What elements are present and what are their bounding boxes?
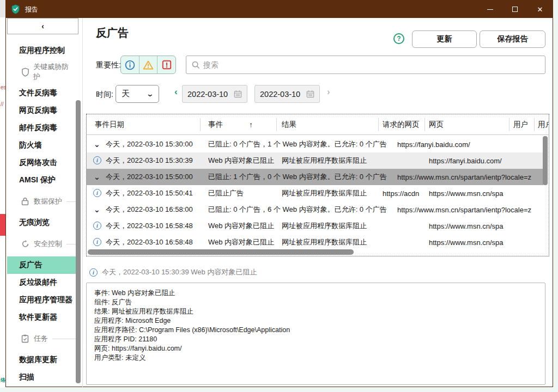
sidebar-item-0[interactable]: 应用程序控制 (7, 42, 78, 59)
table-row-5[interactable]: i今天，2022-03-10 16:58:48Web 内容对象已阻止网址被应用程… (87, 218, 543, 234)
column-header-3[interactable]: 请求的网页 (383, 114, 420, 135)
cell-event-date: 今天，2022-03-10 15:50:41 (106, 185, 201, 201)
cell-summary: 已阻止: 0 个广告，1 个 Web 内容对象。已允许: 0 个广告 (208, 136, 397, 152)
info-icon: i (93, 156, 101, 164)
date-from-value: 2022-03-10 (187, 90, 228, 99)
column-header-6[interactable]: 用户类型 (538, 114, 549, 135)
sidebar-item-2[interactable]: 文件反病毒 (7, 84, 78, 102)
sidebar-item-13[interactable]: 应用程序管理器 (7, 291, 78, 309)
cell-page: https://fanyi.baidu.com/ (429, 152, 511, 169)
sidebar-item-11[interactable]: 反广告 (7, 256, 78, 274)
date-from-field[interactable]: 2022-03-10 (182, 85, 247, 103)
lock-icon (21, 197, 30, 206)
info-icon: i (89, 268, 98, 277)
prev-period-button[interactable]: ‹ (174, 87, 178, 97)
table-horizontal-scrollbar[interactable] (88, 249, 354, 255)
cell-event: Web 内容对象已阻止 (208, 218, 280, 234)
column-header-1[interactable]: 事件 (208, 114, 223, 135)
reports-window: 报告 ✕ ‹ 应用程序控制关键威胁防护文件反病毒网页反病毒邮件反病毒防火墙反网络… (5, 0, 553, 387)
column-header-4[interactable]: 网页 (429, 114, 444, 135)
close-button[interactable]: ✕ (527, 1, 553, 18)
shield-icon (21, 68, 29, 77)
sort-asc-icon[interactable]: ↑ (249, 114, 253, 135)
cell-event-date: 今天，2022-03-10 16:58:00 (106, 201, 201, 218)
table-row-4[interactable]: ⌄今天，2022-03-10 16:58:00已阻止: 0 个广告，6 个 We… (87, 201, 543, 218)
critical-icon (162, 60, 172, 70)
column-separator (276, 118, 277, 131)
minimize-button[interactable] (477, 1, 502, 18)
column-separator (424, 118, 425, 131)
cell-url: https://www.msn.cn/spartan/ientp?locale=… (397, 169, 541, 185)
sidebar-item-12[interactable]: 反垃圾邮件 (7, 274, 78, 291)
column-header-0[interactable]: 事件日期 (95, 114, 124, 135)
table-row-3[interactable]: i今天，2022-03-10 15:50:41已阻止广告网址被应用程序数据库阻止… (87, 185, 543, 201)
sidebar-section-label: 任务 (34, 334, 48, 344)
table-row-1[interactable]: i今天，2022-03-10 15:30:39Web 内容对象已阻止网址被应用程… (87, 152, 543, 169)
importance-critical-toggle[interactable] (157, 56, 175, 74)
cell-event-date: 今天，2022-03-10 16:58:48 (106, 218, 201, 234)
sidebar-item-14[interactable]: 软件更新器 (7, 309, 78, 326)
maximize-button[interactable] (502, 1, 527, 18)
table-row-0[interactable]: ⌄今天，2022-03-10 15:30:00已阻止: 0 个广告，1 个 We… (87, 136, 543, 152)
sidebar-item-3[interactable]: 网页反病毒 (7, 102, 78, 119)
column-separator (509, 118, 510, 131)
background-text-fragment: es (1, 84, 5, 90)
sidebar-item-5[interactable]: 防火墙 (7, 137, 78, 154)
calendar-icon (234, 90, 242, 98)
group-expand-icon: ⌄ (94, 201, 102, 218)
date-to-value: 2022-03-10 (260, 90, 300, 99)
update-button[interactable]: 更新 (412, 30, 477, 48)
table-row-6[interactable]: i今天，2022-03-10 16:58:48Web 内容对象已阻止网址被应用程… (87, 234, 543, 250)
events-table: 事件日期事件结果请求的网页网页用户用户类型↑ ⌄今天，2022-03-10 15… (86, 114, 549, 256)
info-icon: i (93, 238, 101, 246)
detail-line-3: 应用程序: Microsoft Edge (94, 316, 537, 326)
calendar-icon (306, 90, 314, 98)
sidebar-scrollbar[interactable] (76, 100, 81, 383)
cell-event-date: 今天，2022-03-10 15:50:00 (106, 169, 201, 185)
importance-info-toggle[interactable] (121, 56, 139, 74)
next-period-button[interactable]: › (327, 87, 330, 97)
column-separator (200, 118, 201, 131)
cell-event-date: 今天，2022-03-10 16:58:48 (106, 234, 201, 250)
sidebar-nav: 应用程序控制关键威胁防护文件反病毒网页反病毒邮件反病毒防火墙反网络攻击AMSI … (7, 34, 78, 386)
sidebar-item-16[interactable]: 数据库更新 (7, 351, 78, 369)
info-icon: i (93, 222, 101, 230)
sidebar-section-label: 安全控制 (34, 239, 62, 249)
sidebar-item-4[interactable]: 邮件反病毒 (7, 119, 78, 137)
cell-page: https://www.msn.cn/spa (429, 234, 511, 250)
detail-panel[interactable]: 事件: Web 内容对象已阻止组件: 反广告结果: 网址被应用程序数据库阻止应用… (86, 283, 545, 385)
table-row-2[interactable]: ⌄今天，2022-03-10 15:50:00已阻止: 1 个广告，0 个 We… (87, 169, 543, 185)
sidebar-item-7[interactable]: AMSI 保护 (7, 171, 78, 189)
cell-summary: 已阻止: 1 个广告，0 个 Web 内容对象。已允许: 0 个广告 (208, 169, 397, 185)
table-header: 事件日期事件结果请求的网页网页用户用户类型↑ (87, 114, 549, 135)
minimize-icon (487, 9, 493, 10)
detail-line-2: 结果: 网址被应用程序数据库阻止 (94, 307, 537, 316)
cell-requested-page: https://acdn (383, 185, 427, 201)
date-to-field[interactable]: 2022-03-10 (254, 85, 320, 103)
column-header-2[interactable]: 结果 (282, 114, 296, 135)
background-text-fragment: // (1, 101, 4, 107)
sidebar-item-17[interactable]: 扫描 (7, 369, 78, 386)
time-label: 时间: (96, 90, 113, 100)
sidebar-section-15: 任务 (7, 330, 78, 347)
sidebar-item-6[interactable]: 反网络攻击 (7, 154, 78, 171)
sidebar-section-10: 安全控制 (7, 236, 78, 252)
cell-page: https://www.msn.cn/spa (429, 218, 511, 234)
cell-result: 网址被应用程序数据库阻止 (282, 185, 381, 201)
help-icon[interactable]: ? (393, 33, 404, 44)
search-input[interactable] (203, 60, 545, 69)
sidebar-item-9[interactable]: 无痕浏览 (7, 214, 78, 231)
cell-result: 网址被应用程序数据库阻止 (282, 152, 381, 169)
sidebar-collapse-button[interactable]: ‹ (7, 18, 78, 34)
page-title: 反广告 (96, 26, 129, 40)
column-header-5[interactable]: 用户 (513, 114, 528, 135)
save-report-button[interactable]: 保存报告 (480, 30, 545, 48)
period-select[interactable]: 天 ⌄ (116, 85, 159, 103)
sidebar-section-1: 关键威胁防护 (7, 64, 78, 80)
importance-warning-toggle[interactable] (139, 56, 157, 74)
table-vertical-scrollbar[interactable] (543, 136, 548, 185)
titlebar: 报告 ✕ (6, 1, 553, 18)
period-value: 天 (122, 89, 130, 99)
background-red-block (0, 214, 5, 236)
column-separator (378, 118, 379, 131)
